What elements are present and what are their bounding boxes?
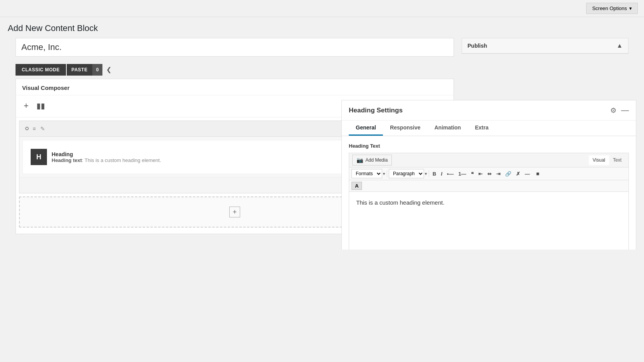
screen-options-button[interactable]: Screen Options ▾ xyxy=(586,3,638,14)
minimize-icon: — xyxy=(621,106,629,114)
blockquote-button[interactable]: ❝ xyxy=(469,170,476,178)
publish-toggle-button[interactable]: ▲ xyxy=(616,42,623,49)
page-title: Add New Content Block xyxy=(0,17,644,38)
paragraph-arrow: ▾ xyxy=(425,171,427,176)
heading-settings-panel: Heading Settings ⚙ — General Responsive … xyxy=(341,100,636,250)
wp-editor: 📷 Add Media Visual Text Formats ▾ xyxy=(349,153,629,250)
screen-options-bar: Screen Options ▾ xyxy=(0,0,644,17)
italic-button[interactable]: I xyxy=(439,170,444,178)
hs-controls: ⚙ — xyxy=(610,106,629,115)
wp-toolbar-row1: Formats ▾ Paragraph ▾ B I •— 1— ❝ ⇤ ⇔ xyxy=(349,167,628,180)
paragraph-select[interactable]: Paragraph xyxy=(389,169,424,178)
publish-title: Publish xyxy=(467,43,487,49)
plus-icon: + xyxy=(24,101,29,110)
unordered-list-button[interactable]: •— xyxy=(445,170,456,178)
empty-row-add-button[interactable]: + xyxy=(229,207,240,217)
row-menu-icon[interactable]: ≡ xyxy=(30,125,38,133)
add-media-label: Add Media xyxy=(365,157,388,163)
text-color-button[interactable]: A xyxy=(351,182,362,190)
wp-toolbar-row2: A xyxy=(349,180,628,192)
vc-row-left: ⭘ ≡ ✎ xyxy=(24,125,47,133)
text-tab[interactable]: Text xyxy=(609,155,625,165)
align-right-button[interactable]: ⇥ xyxy=(494,170,502,178)
heading-text-value: This is a custom heading element. xyxy=(85,157,161,163)
heading-text-label: Heading text xyxy=(52,157,82,163)
publish-header: Publish ▲ xyxy=(462,38,628,53)
bold-button[interactable]: B xyxy=(431,170,438,178)
tab-general[interactable]: General xyxy=(349,121,383,136)
heading-text-field-label: Heading Text xyxy=(349,143,629,149)
screen-options-label: Screen Options xyxy=(592,5,627,11)
visual-text-tabs: Visual Text xyxy=(589,155,625,165)
row-pencil-icon[interactable]: ✎ xyxy=(38,125,47,133)
wp-content-text: This is a custom heading element. xyxy=(356,199,445,206)
tab-animation[interactable]: Animation xyxy=(428,121,468,136)
more-button[interactable]: ― xyxy=(523,170,532,178)
paste-count: 0 xyxy=(92,64,103,76)
empty-add-icon: + xyxy=(233,208,237,216)
toolbar-separator-1 xyxy=(387,170,387,177)
publish-box: Publish ▲ xyxy=(462,38,628,54)
hs-minimize-button[interactable]: — xyxy=(621,106,629,115)
heading-icon-letter: H xyxy=(36,153,42,161)
toolbar-separator-2 xyxy=(429,170,429,177)
screen-options-chevron: ▾ xyxy=(629,5,632,11)
align-center-button[interactable]: ⇔ xyxy=(485,170,493,178)
hs-gear-button[interactable]: ⚙ xyxy=(610,106,616,115)
ordered-list-button[interactable]: 1— xyxy=(457,170,468,178)
drag-handle-icon[interactable]: ⭘ xyxy=(24,125,30,132)
wp-content-area[interactable]: This is a custom heading element. xyxy=(349,192,628,250)
formats-select[interactable]: Formats xyxy=(351,169,382,178)
link-button[interactable]: 🔗 xyxy=(503,170,513,178)
toolbar-arrow: ▾ xyxy=(383,171,385,176)
visual-tab[interactable]: Visual xyxy=(589,155,609,165)
grid-icon: ▮▮ xyxy=(36,102,45,110)
heading-block-icon: H xyxy=(31,149,47,165)
unlink-button[interactable]: ✗ xyxy=(514,170,522,178)
vc-add-button[interactable]: + xyxy=(22,99,30,112)
title-input[interactable] xyxy=(16,38,454,56)
hs-body: Heading Text 📷 Add Media Visual Text xyxy=(342,136,636,250)
content-wrapper: CLASSIC MODE PASTE 0 ❮ Visual Composer +… xyxy=(0,38,644,250)
vc-grid-button[interactable]: ▮▮ xyxy=(35,100,47,112)
right-panel: Publish ▲ xyxy=(462,38,628,59)
paste-button[interactable]: PASTE xyxy=(67,64,92,76)
vc-toolbar: CLASSIC MODE PASTE 0 ❮ xyxy=(16,60,454,79)
fullscreen-button[interactable]: ◾ xyxy=(533,170,543,178)
vc-header: Visual Composer xyxy=(16,79,454,95)
hs-panel-title: Heading Settings xyxy=(349,107,403,114)
add-media-button[interactable]: 📷 Add Media xyxy=(352,155,392,165)
hs-header: Heading Settings ⚙ — xyxy=(342,100,636,121)
tab-responsive[interactable]: Responsive xyxy=(383,121,428,136)
align-left-button[interactable]: ⇤ xyxy=(476,170,485,178)
back-button[interactable]: ❮ xyxy=(102,64,115,76)
title-input-wrap xyxy=(16,38,454,57)
hs-tabs: General Responsive Animation Extra xyxy=(342,121,636,136)
wp-editor-top: 📷 Add Media Visual Text xyxy=(349,153,628,167)
tab-extra[interactable]: Extra xyxy=(468,121,495,136)
media-icon: 📷 xyxy=(357,157,363,163)
gear-icon: ⚙ xyxy=(610,107,616,114)
classic-mode-button[interactable]: CLASSIC MODE xyxy=(16,64,66,76)
